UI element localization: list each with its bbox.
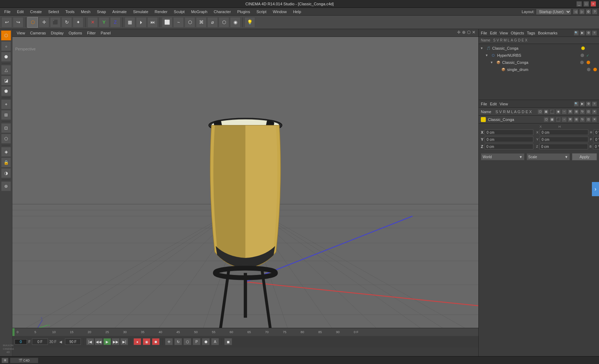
coord-y-pos[interactable] bbox=[485, 137, 533, 142]
x-axis-btn[interactable]: ✕ bbox=[87, 17, 98, 28]
edge-mode-btn[interactable]: ⬣ bbox=[1, 52, 11, 62]
objects-menu-edit[interactable]: Edit bbox=[490, 31, 497, 35]
play-forward-btn[interactable]: ▶▶ bbox=[112, 338, 120, 345]
render-all-btn[interactable]: ⏭ bbox=[147, 17, 158, 28]
minimize-button[interactable]: _ bbox=[576, 1, 582, 7]
coord-x-pos[interactable] bbox=[485, 129, 533, 135]
layout-btn2[interactable]: ▷ bbox=[579, 9, 585, 15]
attr-btn7[interactable]: ⊞ bbox=[574, 109, 579, 114]
layout-btn1[interactable]: ◁ bbox=[573, 9, 578, 15]
menu-snap[interactable]: Snap bbox=[94, 9, 109, 15]
menu-select[interactable]: Select bbox=[45, 9, 62, 15]
attr-btn6[interactable]: ⌘ bbox=[568, 109, 573, 114]
close-button[interactable]: ✕ bbox=[590, 1, 596, 7]
global-btn[interactable]: ⊛ bbox=[1, 181, 11, 191]
poly-mode-btn[interactable]: ⬟ bbox=[1, 86, 11, 96]
preview-btn[interactable]: ◼ bbox=[224, 338, 232, 345]
undo-btn[interactable]: ↩ bbox=[1, 17, 12, 28]
menu-tools[interactable]: Tools bbox=[62, 9, 77, 15]
menu-create[interactable]: Create bbox=[27, 9, 45, 15]
attr-obj-btn9[interactable]: ✕ bbox=[592, 117, 597, 122]
frame-input-end[interactable] bbox=[65, 338, 81, 345]
z-axis-btn[interactable]: Z bbox=[110, 17, 121, 28]
obj-row-classic-conga-root[interactable]: ▼ 🎵 Classic_Conga bbox=[479, 45, 599, 52]
attr-btn9[interactable]: ⊡ bbox=[586, 109, 591, 114]
param-btn[interactable]: P bbox=[193, 338, 200, 345]
render-view-btn[interactable]: ⏵ bbox=[136, 17, 147, 28]
attr-obj-btn7[interactable]: ↻ bbox=[580, 117, 585, 122]
layout-dropdown[interactable]: Startup (User) bbox=[536, 9, 571, 15]
objects-icon3[interactable]: ⚙ bbox=[586, 31, 591, 35]
render-region-btn[interactable]: ▦ bbox=[125, 17, 135, 28]
objects-menu-tags[interactable]: Tags bbox=[527, 31, 535, 35]
attr-menu-file[interactable]: File bbox=[481, 102, 487, 106]
attr-btn8[interactable]: ↻ bbox=[580, 109, 585, 114]
attr-btn5[interactable]: ~ bbox=[562, 109, 567, 114]
autokey-btn[interactable]: ⏺ bbox=[152, 338, 160, 345]
apply-mode-dropdown[interactable]: Scale ▼ bbox=[527, 153, 570, 160]
coord-x-rot[interactable] bbox=[594, 129, 599, 135]
play-btn[interactable]: ▶ bbox=[103, 338, 111, 345]
apply-button[interactable]: Apply bbox=[572, 153, 597, 160]
viewport-menu-display[interactable]: Display bbox=[49, 30, 66, 36]
coord-system-dropdown[interactable]: World ▼ bbox=[481, 153, 524, 160]
grid-btn[interactable]: ⊞ bbox=[1, 110, 11, 120]
attr-obj-btn2[interactable]: ▦ bbox=[550, 117, 555, 122]
viewport-menu-cameras[interactable]: Cameras bbox=[28, 30, 48, 36]
right-scroll-arrow[interactable]: › bbox=[592, 182, 599, 196]
coord-y-size[interactable] bbox=[540, 137, 588, 142]
menu-window[interactable]: Window bbox=[270, 9, 290, 15]
camera-btn[interactable]: ⬡ bbox=[219, 17, 229, 28]
menu-render[interactable]: Render bbox=[152, 9, 170, 15]
layout-btn3[interactable]: ⚙ bbox=[586, 9, 591, 15]
record2-btn[interactable]: ◉ bbox=[143, 338, 150, 345]
attr-btn4[interactable]: ◉ bbox=[556, 109, 561, 114]
nurbs-btn[interactable]: ⬡ bbox=[185, 17, 195, 28]
attr-obj-btn1[interactable]: ⬡ bbox=[544, 117, 549, 122]
objects-icon2[interactable]: ▶ bbox=[580, 31, 585, 35]
attr-btn3[interactable]: ⬛ bbox=[550, 109, 555, 114]
trans-btn[interactable]: ✛ bbox=[165, 338, 173, 345]
attr-obj-btn8[interactable]: ⊡ bbox=[586, 117, 591, 122]
light-btn[interactable]: ◉ bbox=[230, 17, 241, 28]
sphere-btn[interactable]: ◑ bbox=[1, 168, 11, 178]
attr-obj-btn5[interactable]: ⌘ bbox=[568, 117, 573, 122]
layout-btn4[interactable]: ? bbox=[592, 9, 598, 15]
menu-mesh[interactable]: Mesh bbox=[78, 9, 93, 15]
objects-menu-objects[interactable]: Objects bbox=[511, 31, 524, 35]
play-back-btn[interactable]: ◀◀ bbox=[95, 338, 103, 345]
floor-btn[interactable]: ⊡ bbox=[1, 123, 11, 133]
coord-z-pos[interactable] bbox=[485, 144, 533, 149]
objects-icon1[interactable]: 🔍 bbox=[574, 31, 579, 35]
point-btn[interactable]: ⬣ bbox=[202, 338, 210, 345]
texture-mode-btn[interactable]: ⬦ bbox=[1, 41, 11, 51]
coord-z-rot[interactable] bbox=[593, 144, 599, 149]
attr-icon2[interactable]: ▶ bbox=[580, 101, 585, 106]
curve-btn[interactable]: ~ bbox=[173, 17, 184, 28]
rotate-tool-btn[interactable]: ↻ bbox=[61, 17, 72, 28]
redo-btn[interactable]: ↪ bbox=[13, 17, 23, 28]
menu-plugins[interactable]: Plugins bbox=[235, 9, 253, 15]
scale-btn[interactable]: ⬡ bbox=[183, 338, 191, 345]
menu-edit[interactable]: Edit bbox=[14, 9, 27, 15]
menu-animate[interactable]: Animate bbox=[110, 9, 130, 15]
menu-help[interactable]: Help bbox=[290, 9, 304, 15]
menu-character[interactable]: Character bbox=[211, 9, 233, 15]
record-btn[interactable]: ● bbox=[133, 338, 141, 345]
attr-icon1[interactable]: 🔍 bbox=[574, 101, 579, 106]
tool5-btn[interactable]: ✦ bbox=[73, 17, 83, 28]
viewport-menu-panel[interactable]: Panel bbox=[99, 30, 113, 36]
rot-btn[interactable]: ↻ bbox=[174, 338, 182, 345]
attr-btn1[interactable]: ⬡ bbox=[538, 109, 543, 114]
attr-icon3[interactable]: ⚙ bbox=[586, 101, 591, 106]
coord-z-size[interactable] bbox=[539, 144, 588, 149]
coord-x-size[interactable] bbox=[540, 129, 588, 135]
select-tool-btn[interactable]: ⬡ bbox=[27, 17, 38, 28]
attr-icon4[interactable]: ? bbox=[592, 101, 597, 106]
viewport-menu-options[interactable]: Options bbox=[66, 30, 84, 36]
attr-obj-btn4[interactable]: ~ bbox=[562, 117, 567, 122]
workplane-btn[interactable]: ⬠ bbox=[1, 134, 11, 144]
snap-btn[interactable]: ⌖ bbox=[1, 99, 11, 109]
obj-row-classic-conga-child[interactable]: ▼ 📦 Classic_Conga bbox=[489, 59, 599, 66]
lock-btn[interactable]: 🔒 bbox=[1, 158, 11, 167]
